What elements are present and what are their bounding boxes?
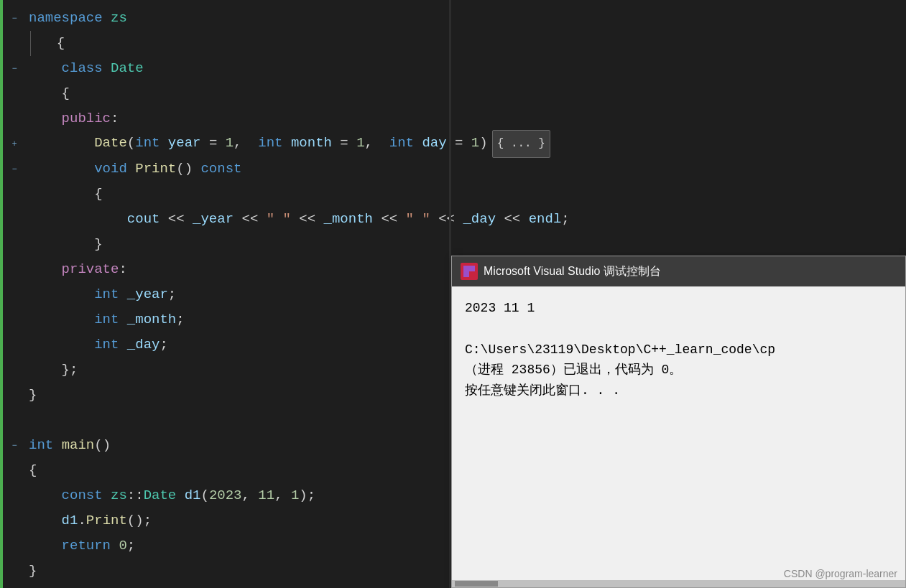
code-text-9: cout << _year << " " << _month << " " <<… (29, 207, 570, 232)
code-text-13: int _month; (29, 307, 185, 332)
code-text-15: }; (29, 358, 78, 383)
code-line-3: − class Date (0, 56, 449, 81)
debug-output-4: （进程 23856）已退出，代码为 0。 (465, 360, 892, 381)
code-line-16: } (0, 383, 449, 408)
debug-console: Microsoft Visual Studio 调试控制台 2023 11 1 … (451, 256, 906, 588)
code-text-10: } (29, 232, 103, 257)
watermark: CSDN @program-learner (784, 568, 897, 579)
gutter-18[interactable]: − (0, 439, 29, 452)
code-text-6: Date(int year = 1, int month = 1, int da… (29, 130, 550, 158)
code-line-9: cout << _year << " " << _month << " " <<… (0, 207, 449, 232)
debug-scrollbar-thumb[interactable] (455, 581, 498, 587)
collapse-icon-3[interactable]: − (8, 62, 21, 75)
code-line-5: public: (0, 106, 449, 131)
code-line-4: { (0, 81, 449, 106)
code-text-4: { (29, 81, 70, 106)
svg-rect-3 (469, 271, 475, 277)
debug-output-5: 按任意键关闭此窗口. . . (465, 381, 892, 401)
code-line-2: { (0, 31, 449, 56)
code-line-8: { (0, 182, 449, 207)
code-line-7: − void Print() const (0, 157, 449, 182)
gutter-7[interactable]: − (0, 163, 29, 176)
watermark-text: CSDN @program-learner (784, 568, 897, 579)
code-editor: − namespace zs { − class Date { pub (0, 0, 906, 588)
collapse-icon-7[interactable]: − (8, 163, 21, 176)
gutter-1[interactable]: − (0, 12, 29, 25)
code-line-19: { (0, 458, 449, 483)
code-text-20: const zs::Date d1(2023, 11, 1); (29, 483, 315, 508)
code-line-13: int _month; (0, 307, 449, 332)
code-line-21: d1.Print(); (0, 508, 449, 533)
code-line-22: return 0; (0, 533, 449, 559)
code-line-6: + Date(int year = 1, int month = 1, int … (0, 131, 449, 157)
code-text-21: d1.Print(); (29, 508, 152, 533)
code-line-1: − namespace zs (0, 6, 449, 31)
code-line-20: const zs::Date d1(2023, 11, 1); (0, 483, 449, 508)
code-text-23: } (29, 559, 37, 584)
code-text-11: private: (29, 257, 127, 282)
svg-rect-0 (463, 266, 469, 271)
code-text-16: } (29, 383, 37, 408)
code-line-11: private: (0, 257, 449, 282)
code-text-12: int _year; (29, 282, 176, 307)
debug-title: Microsoft Visual Studio 调试控制台 (484, 264, 661, 279)
debug-output-2 (465, 319, 892, 340)
code-text-14: int _day; (29, 332, 168, 358)
gutter-3[interactable]: − (0, 62, 29, 75)
collapse-icon-1[interactable]: − (8, 12, 21, 25)
code-text-3: class Date (29, 56, 144, 81)
code-line-17 (0, 408, 449, 433)
code-line-12: int _year; (0, 282, 449, 307)
code-text-8: { (29, 182, 103, 207)
svg-rect-2 (463, 271, 469, 277)
debug-titlebar: Microsoft Visual Studio 调试控制台 (452, 256, 905, 286)
code-line-10: } (0, 232, 449, 257)
code-text-2: { (40, 31, 65, 56)
debug-output-1: 2023 11 1 (465, 298, 892, 319)
debug-content[interactable]: 2023 11 1 C:\Users\23119\Desktop\C++_lea… (452, 286, 905, 580)
debug-output-3: C:\Users\23119\Desktop\C++_learn_code\cp (465, 340, 892, 360)
svg-rect-1 (469, 266, 475, 271)
debug-scrollbar[interactable] (452, 580, 905, 587)
code-text-19: { (29, 458, 37, 483)
vs-icon (461, 263, 478, 280)
expand-icon-6[interactable]: + (8, 138, 21, 151)
code-line-15: }; (0, 358, 449, 383)
code-area: − namespace zs { − class Date { pub (0, 0, 449, 588)
collapse-icon-18[interactable]: − (8, 439, 21, 452)
code-text-5: public: (29, 106, 119, 131)
code-line-23: } (0, 559, 449, 584)
code-line-18: − int main() (0, 433, 449, 458)
code-text-18: int main() (29, 433, 111, 458)
code-text-7: void Print() const (29, 157, 241, 182)
code-line-14: int _day; (0, 332, 449, 358)
code-text-22: return 0; (29, 533, 135, 559)
gutter-6[interactable]: + (0, 138, 29, 151)
code-text-1: namespace zs (29, 6, 127, 31)
indent-2 (30, 31, 40, 56)
collapsed-block[interactable]: { ... } (492, 130, 550, 158)
